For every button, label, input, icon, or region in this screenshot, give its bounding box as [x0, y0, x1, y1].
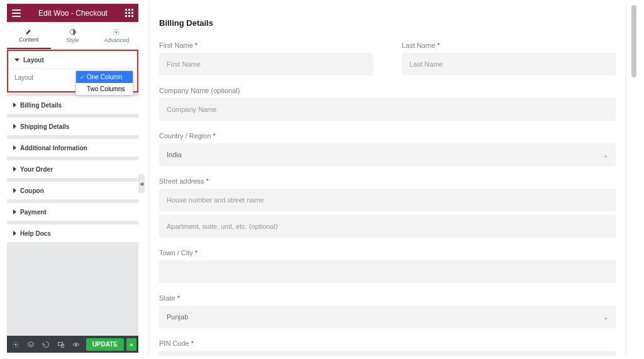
first-name-label: First Name *	[159, 41, 373, 49]
editor-sidebar: Edit Woo - Checkout Content Style Advanc…	[7, 4, 138, 353]
page-scrollbar[interactable]	[631, 5, 636, 77]
state-label: State *	[159, 294, 616, 302]
section-coupon[interactable]: Coupon	[7, 182, 138, 199]
company-label: Company Name (optional)	[159, 87, 616, 94]
section-order-label: Your Order	[20, 166, 53, 173]
chevron-right-icon	[13, 209, 16, 214]
chevron-down-icon: ⌄	[603, 314, 608, 321]
svg-point-5	[75, 343, 77, 345]
chevron-down-icon	[14, 58, 19, 62]
section-help-label: Help Docs	[20, 230, 51, 237]
dropdown-option-two-label: Two Columns	[80, 86, 125, 92]
editor-tabs: Content Style Advanced	[7, 22, 138, 50]
preview-area: Billing Details First Name * Last Name *…	[148, 3, 626, 356]
street-label: Street address *	[159, 177, 616, 185]
tab-style[interactable]: Style	[51, 22, 95, 49]
responsive-button[interactable]	[54, 338, 68, 351]
city-input[interactable]	[159, 260, 616, 283]
chevron-right-icon	[13, 102, 16, 108]
update-button-label: UPDATE	[92, 341, 118, 348]
first-name-input[interactable]	[159, 53, 373, 75]
state-select[interactable]: Punjab ⌄	[159, 306, 616, 328]
street-address-2-input[interactable]	[159, 215, 616, 238]
update-options-button[interactable]	[126, 338, 136, 351]
tab-content-label: Content	[19, 36, 39, 43]
section-help-docs[interactable]: Help Docs	[7, 224, 138, 242]
last-name-input[interactable]	[402, 53, 616, 75]
section-billing-label: Billing Details	[20, 102, 62, 109]
section-layout[interactable]: Layout	[8, 51, 137, 69]
gear-icon	[113, 28, 120, 36]
last-name-label: Last Name *	[402, 41, 616, 49]
form-title: Billing Details	[159, 18, 616, 28]
chevron-right-icon	[13, 145, 16, 150]
sidebar-footer: UPDATE	[7, 336, 138, 353]
history-button[interactable]	[39, 338, 53, 351]
section-shipping-label: Shipping Details	[20, 123, 69, 130]
svg-point-2	[15, 343, 17, 345]
city-label: Town / City *	[159, 249, 616, 257]
tab-advanced[interactable]: Advanced	[94, 22, 138, 49]
apps-icon[interactable]	[125, 9, 133, 17]
check-icon: ✓	[80, 74, 85, 80]
company-input[interactable]	[159, 98, 616, 121]
layout-control-label: Layout	[14, 74, 33, 81]
section-payment-label: Payment	[20, 209, 47, 216]
pencil-icon	[25, 28, 33, 35]
dropdown-option-one-column[interactable]: ✓ One Column	[76, 71, 133, 83]
section-payment[interactable]: Payment	[7, 203, 138, 221]
chevron-right-icon	[13, 188, 16, 193]
country-value: India	[167, 151, 182, 158]
section-additional-label: Additional Information	[20, 145, 87, 152]
preview-button[interactable]	[69, 338, 83, 351]
sidebar-header: Edit Woo - Checkout	[7, 4, 138, 22]
tab-content[interactable]: Content	[7, 22, 51, 49]
tab-advanced-label: Advanced	[104, 37, 129, 43]
street-address-1-input[interactable]	[159, 189, 616, 211]
history-icon	[42, 341, 50, 348]
chevron-down-icon: ⌄	[603, 152, 608, 158]
layers-icon	[27, 341, 35, 348]
section-billing-details[interactable]: Billing Details	[7, 96, 138, 114]
settings-button[interactable]	[9, 338, 23, 351]
section-shipping-details[interactable]: Shipping Details	[7, 118, 138, 135]
section-additional-information[interactable]: Additional Information	[7, 139, 138, 157]
style-icon	[69, 28, 77, 36]
chevron-right-icon	[13, 231, 16, 236]
menu-icon[interactable]	[12, 9, 21, 17]
tab-style-label: Style	[67, 37, 79, 43]
panel-title: Edit Woo - Checkout	[38, 9, 108, 18]
sections-list: Layout Layout ✓ One Column Two Columns	[7, 50, 138, 336]
chevron-right-icon	[13, 167, 16, 172]
eye-icon	[72, 341, 80, 348]
pin-input[interactable]	[159, 351, 616, 356]
dropdown-option-two-columns[interactable]: Two Columns	[76, 83, 133, 95]
section-your-order[interactable]: Your Order	[7, 160, 138, 178]
svg-point-1	[116, 31, 118, 33]
pin-label: PIN Code *	[159, 340, 616, 347]
layout-section-highlight: Layout Layout ✓ One Column Two Columns	[7, 50, 138, 92]
gear-icon	[12, 341, 19, 348]
dropdown-option-one-label: One Column	[87, 74, 122, 80]
country-label: Country / Region *	[159, 132, 616, 140]
layout-control-row: Layout ✓ One Column Two Columns	[8, 69, 137, 91]
section-layout-label: Layout	[23, 57, 44, 64]
country-select[interactable]: India ⌄	[159, 143, 616, 166]
chevron-right-icon	[13, 124, 16, 129]
layout-dropdown[interactable]: ✓ One Column Two Columns	[75, 70, 133, 96]
update-button[interactable]: UPDATE	[86, 338, 124, 351]
section-coupon-label: Coupon	[20, 187, 44, 194]
responsive-icon	[57, 341, 65, 348]
navigator-button[interactable]	[24, 338, 38, 351]
state-value: Punjab	[167, 313, 188, 321]
collapse-sidebar-handle[interactable]: ◀	[138, 174, 145, 193]
